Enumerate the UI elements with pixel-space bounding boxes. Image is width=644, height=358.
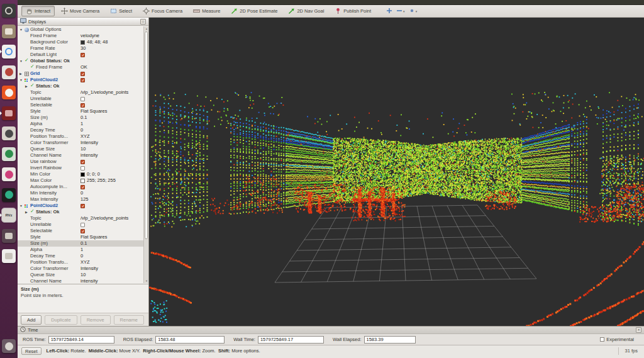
pointcloud-canvas[interactable] (149, 18, 644, 326)
checkbox-unchecked-icon[interactable] (80, 223, 85, 227)
property-value[interactable] (80, 52, 85, 58)
property-value[interactable]: 255; 255; 255 (80, 177, 116, 184)
property-value[interactable]: Intensity (80, 140, 98, 146)
tool-point-pin[interactable]: Publish Point (330, 6, 375, 16)
launcher-item-settings[interactable] (2, 65, 16, 79)
property-value[interactable] (80, 165, 85, 171)
expander-open-icon[interactable]: ▼ (19, 203, 23, 209)
tree-row-background-color[interactable]: Background Color48; 48; 48 (18, 39, 148, 45)
tool-measure-ruler[interactable]: Measure (189, 6, 225, 16)
toolbar-plus-button[interactable] (386, 8, 392, 15)
tree-row-decay-time[interactable]: Decay Time0 (18, 127, 148, 133)
tree-row-use-rainbow[interactable]: Use rainbow (18, 159, 148, 165)
checkbox-checked-icon[interactable] (80, 160, 85, 164)
launcher-item-files[interactable] (2, 25, 16, 38)
wall-time-input[interactable] (258, 336, 324, 344)
checkbox-checked-icon[interactable] (80, 229, 85, 233)
displays-scrollbar[interactable]: ▲ ▼ (143, 26, 148, 283)
wall-elapsed-input[interactable] (364, 336, 416, 344)
launcher-item-rviz[interactable]: RVz (2, 208, 16, 222)
tree-row-selectable[interactable]: Selectable (18, 102, 148, 108)
experimental-checkbox[interactable] (600, 337, 604, 342)
property-value[interactable]: Flat Squares (80, 234, 108, 240)
expander-closed-icon[interactable]: ▶ (25, 83, 28, 89)
tree-row-unreliable[interactable]: Unreliable (18, 221, 148, 228)
property-value[interactable] (80, 228, 85, 234)
property-value[interactable]: velodyne (80, 33, 99, 39)
tree-row-unreliable[interactable]: Unreliable (18, 96, 148, 102)
launcher-item-software-center[interactable] (2, 86, 16, 99)
property-value[interactable]: Intensity (80, 266, 98, 272)
checkbox-checked-icon[interactable] (80, 72, 85, 76)
property-value[interactable]: 125 (80, 196, 89, 203)
tree-row-min-color[interactable]: Min Color0; 0; 0 (18, 171, 148, 177)
property-value[interactable] (80, 159, 85, 165)
property-value[interactable]: 0 (80, 127, 83, 133)
tree-row-queue-size[interactable]: Queue Size10 (18, 146, 148, 152)
launcher-item-hub[interactable] (2, 167, 16, 181)
tree-row-channel-name[interactable]: Channel Nameintensity (18, 278, 148, 284)
property-value[interactable]: /vlp_2/velodyne_points (80, 215, 128, 221)
tree-row-alpha[interactable]: Alpha1 (18, 247, 148, 253)
scroll-up-arrow[interactable]: ▲ (145, 27, 148, 30)
property-value[interactable] (80, 102, 85, 108)
expander-open-icon[interactable]: ▼ (19, 26, 23, 33)
property-value[interactable] (80, 221, 85, 228)
launcher-item-media-app[interactable] (2, 106, 16, 120)
tree-row-queue-size[interactable]: Queue Size10 (18, 272, 148, 278)
tree-row-global-status-ok[interactable]: ▼✓Global Status: Ok (18, 58, 148, 64)
ros-time-input[interactable] (48, 336, 114, 344)
checkbox-checked-icon[interactable] (80, 204, 85, 208)
property-value[interactable]: 30 (80, 45, 86, 52)
tree-row-pointcloud2[interactable]: ▼PointCloud2 (18, 77, 148, 83)
property-value[interactable]: XYZ (80, 133, 90, 140)
tree-row-frame-rate[interactable]: Frame Rate30 (18, 45, 148, 52)
launcher-item-dash[interactable] (2, 4, 16, 18)
tree-row-position-transfo-[interactable]: Position Transfo...XYZ (18, 259, 148, 266)
property-value[interactable]: 1 (80, 247, 83, 253)
ros-elapsed-input[interactable] (155, 336, 225, 344)
launcher-item-trash[interactable] (2, 339, 16, 353)
property-value[interactable]: 10 (80, 146, 86, 152)
launcher-item-drive[interactable] (2, 249, 16, 263)
property-value[interactable]: intensity (80, 152, 98, 159)
tree-row-pointcloud2[interactable]: ▼PointCloud2 (18, 203, 148, 209)
tree-row-max-intensity[interactable]: Max Intensity125 (18, 196, 148, 203)
scroll-down-arrow[interactable]: ▼ (145, 279, 148, 282)
tree-row-global-options[interactable]: ▼Global Options (18, 26, 148, 33)
expander-open-icon[interactable]: ▼ (19, 58, 23, 64)
property-value[interactable]: 0.1 (80, 240, 87, 247)
tool-nav-arrow[interactable]: 2D Nav Goal (284, 6, 328, 16)
property-value[interactable]: 1 (80, 121, 83, 127)
tree-row-fixed-frame[interactable]: ✓Fixed FrameOK (18, 64, 148, 70)
property-value[interactable]: 0 (80, 190, 83, 196)
tree-row-topic[interactable]: Topic/vlp_1/velodyne_points (18, 89, 148, 96)
tree-row-style[interactable]: StyleFlat Squares (18, 108, 148, 115)
add-button[interactable]: Add (21, 315, 42, 325)
property-value[interactable]: 0; 0; 0 (80, 171, 100, 177)
tree-row-color-transformer[interactable]: Color TransformerIntensity (18, 140, 148, 146)
tree-row-min-intensity[interactable]: Min Intensity0 (18, 190, 148, 196)
launcher-item-camera-app[interactable] (2, 126, 16, 140)
tree-row-size-m-[interactable]: Size (m)0.1 (18, 115, 148, 121)
property-value[interactable] (80, 77, 85, 83)
tree-row-invert-rainbow[interactable]: Invert Rainbow (18, 165, 148, 171)
expander-open-icon[interactable]: ▼ (19, 77, 23, 83)
launcher-item-terminal[interactable] (2, 229, 16, 243)
time-panel-close-button[interactable]: ✕ (636, 327, 641, 333)
property-value[interactable]: intensity (80, 278, 98, 284)
tool-select-box[interactable]: Select (106, 6, 136, 16)
panel-float-button[interactable]: □ (140, 19, 146, 25)
checkbox-checked-icon[interactable] (80, 78, 85, 82)
tree-row-selectable[interactable]: Selectable (18, 228, 148, 234)
tree-row-fixed-frame[interactable]: Fixed Framevelodyne (18, 33, 148, 39)
property-value[interactable] (80, 184, 85, 190)
checkbox-unchecked-icon[interactable] (80, 97, 85, 101)
property-value[interactable]: /vlp_1/velodyne_points (80, 89, 128, 96)
toolbar-dot-button[interactable]: ▾ (409, 8, 418, 15)
tree-row-autocompute-in-[interactable]: Autocompute In... (18, 184, 148, 190)
tree-row-default-light[interactable]: Default Light (18, 52, 148, 58)
launcher-item-updater[interactable] (2, 147, 16, 161)
tool-pose-arrow[interactable]: 2D Pose Estimate (226, 6, 282, 16)
scrollbar-thumb[interactable] (145, 31, 148, 239)
